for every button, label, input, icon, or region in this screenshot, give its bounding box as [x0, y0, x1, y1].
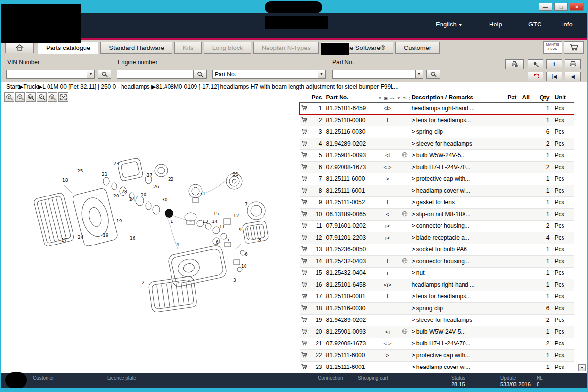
home-button[interactable]	[5, 42, 34, 53]
previous-page-button[interactable]: ◀	[565, 72, 581, 81]
description-cell[interactable]: > bulb H7-LL-24V-70...	[411, 338, 507, 349]
add-to-cart-cell[interactable]	[300, 102, 310, 114]
back-button[interactable]	[528, 72, 543, 81]
table-row[interactable]: 2081.25901-0093<i> bulb W5W-24V-5...1Pcs	[300, 326, 574, 338]
part-no-input[interactable]	[332, 70, 415, 79]
first-page-button[interactable]: |◀	[546, 72, 562, 81]
part-no-cell[interactable]: 81.25111-6000	[325, 173, 376, 185]
add-to-cart-cell[interactable]	[300, 232, 310, 244]
table-row[interactable]: 1581.25432-0404i> nut1Pcs	[300, 267, 574, 279]
part-no-cell[interactable]: 81.25111-6000	[325, 349, 376, 361]
part-callout-number[interactable]: 1	[171, 219, 173, 224]
part-no-dropdown-button[interactable]: ▼	[415, 70, 423, 79]
close-button[interactable]: ×	[570, 3, 584, 11]
add-to-cart-cell[interactable]	[300, 302, 310, 314]
part-type-input[interactable]	[212, 70, 318, 79]
part-callout-number[interactable]: 16	[130, 236, 136, 241]
table-row[interactable]: 1681.25101-6458<i>headlamps right-hand .…	[300, 279, 574, 291]
table-row[interactable]: 1481.25432-0403i> connector housing...1P…	[300, 255, 574, 267]
part-no-cell[interactable]: 81.25101-6458	[325, 279, 376, 291]
add-to-cart-icon[interactable]	[301, 364, 307, 369]
add-to-cart-cell[interactable]	[300, 208, 310, 220]
table-row[interactable]: 481.94289-0202> sleeve for headlamps2Pcs	[300, 138, 574, 149]
description-cell[interactable]: > headlamp cover wi...	[411, 361, 507, 373]
table-row[interactable]: 981.25111-0052i> gasket for lens1Pcs	[300, 196, 574, 208]
info-flags-icon[interactable]: <i>	[390, 96, 395, 100]
add-to-cart-icon[interactable]	[301, 211, 307, 217]
part-no-cell[interactable]: 81.25116-0030	[325, 302, 376, 314]
add-to-cart-cell[interactable]	[300, 255, 310, 267]
add-to-cart-cell[interactable]	[300, 149, 310, 161]
part-callout-number[interactable]: 4	[176, 242, 179, 247]
filter-icon[interactable]: ▼	[378, 96, 382, 100]
description-cell[interactable]: > socket for bulb PA6	[411, 244, 507, 255]
part-no-cell[interactable]: 07.92008-1673	[325, 161, 376, 173]
description-cell[interactable]: > headlamp cover wi...	[411, 185, 507, 196]
part-no-cell[interactable]: 81.25432-0404	[325, 267, 376, 279]
add-to-cart-icon[interactable]	[301, 281, 307, 287]
part-no-cell[interactable]: 81.25111-6001	[325, 185, 376, 196]
add-to-cart-icon[interactable]	[301, 222, 307, 228]
zoom-percent-button[interactable]: %	[48, 92, 57, 102]
part-no-cell[interactable]: 81.25111-6001	[325, 361, 376, 373]
add-to-cart-icon[interactable]	[301, 305, 307, 311]
description-cell[interactable]: > sleeve for headlamps	[411, 314, 507, 326]
description-cell[interactable]: > protective cap with...	[411, 349, 507, 361]
description-cell[interactable]: > bulb W5W-24V-5...	[411, 149, 507, 161]
add-to-cart-cell[interactable]	[300, 196, 310, 208]
part-callout-number[interactable]: 31	[233, 172, 238, 177]
add-to-cart-cell[interactable]	[300, 267, 310, 279]
add-to-cart-icon[interactable]	[301, 352, 307, 358]
table-row[interactable]: 581.25901-0093<i> bulb W5W-24V-5...1Pcs	[300, 149, 574, 161]
fit-view-button[interactable]	[58, 92, 68, 102]
part-callout-number[interactable]: 15	[213, 211, 219, 216]
table-row[interactable]: 2107.92008-1673< >> bulb H7-LL-24V-70...…	[300, 338, 574, 349]
all-header[interactable]: All	[521, 93, 536, 102]
part-callout-number[interactable]: 31	[200, 191, 205, 196]
engine-input[interactable]	[117, 70, 197, 79]
part-callout-number[interactable]: 24	[129, 197, 135, 202]
part-no-cell[interactable]: 07.91601-0202	[325, 220, 376, 232]
part-callout-number[interactable]: 3	[233, 278, 236, 283]
description-cell[interactable]: > lens for headlamps...	[411, 114, 507, 126]
add-to-cart-icon[interactable]	[301, 117, 307, 122]
tab-customer[interactable]: Customer	[395, 42, 440, 54]
part-callout-number[interactable]: 5	[226, 237, 229, 242]
add-to-cart-icon[interactable]	[301, 199, 307, 205]
add-to-cart-cell[interactable]	[300, 361, 310, 373]
description-cell[interactable]: > spring clip	[411, 126, 507, 138]
breadcrumb[interactable]: Start▶Truck▶L 01M 00 [Pet 32.11] | 250 0…	[1, 82, 587, 91]
add-to-cart-icon[interactable]	[301, 152, 307, 158]
unit-header[interactable]: Unit	[554, 93, 574, 102]
info-button[interactable]: i	[546, 59, 562, 69]
part-callout-number[interactable]: 6	[216, 240, 219, 245]
vin-input[interactable]	[6, 70, 87, 79]
add-to-cart-icon[interactable]	[301, 270, 307, 275]
description-cell[interactable]: > slip-on nut M8-18X...	[411, 208, 507, 220]
table-row[interactable]: 1781.25110-0081i> lens for headlamps...1…	[300, 291, 574, 302]
part-callout-number[interactable]: 10	[241, 264, 247, 269]
add-to-cart-cell[interactable]	[300, 291, 310, 302]
zoom-in-button[interactable]	[4, 92, 14, 102]
add-to-cart-icon[interactable]	[301, 140, 307, 146]
part-no-cell[interactable]: 07.92008-1673	[325, 338, 376, 349]
description-cell[interactable]: > bulb W5W-24V-5...	[411, 326, 507, 338]
part-no-cell[interactable]: 81.25236-0050	[325, 244, 376, 255]
table-row[interactable]: 1006.13189-0065<> slip-on nut M8-18X...1…	[300, 208, 574, 220]
exploded-parts-diagram[interactable]: 1825232127222628202924303131172419191611…	[5, 97, 295, 371]
part-callout-number[interactable]: 23	[113, 161, 119, 166]
description-cell[interactable]: > sleeve for headlamps	[411, 138, 507, 149]
part-callout-number[interactable]: 13	[202, 219, 208, 224]
part-no-cell[interactable]: 81.25116-0030	[325, 126, 376, 138]
description-cell[interactable]: > protective cap with...	[411, 173, 507, 185]
part-no-cell[interactable]: 81.25901-0093	[325, 149, 376, 161]
table-row[interactable]: 2281.25111-6000>> protective cap with...…	[300, 349, 574, 361]
description-header[interactable]: Description / Remarks	[411, 93, 507, 102]
scroll-down-button[interactable]: ▼	[578, 364, 586, 371]
part-no-cell[interactable]: 81.25432-0403	[325, 255, 376, 267]
part-callout-number[interactable]: 22	[168, 177, 173, 182]
table-row[interactable]: 607.92008-1673< >> bulb H7-LL-24V-70...2…	[300, 161, 574, 173]
zoom-dynamic-button[interactable]	[37, 92, 47, 102]
part-callout-number[interactable]: 25	[77, 169, 83, 173]
add-to-cart-icon[interactable]	[301, 128, 307, 134]
